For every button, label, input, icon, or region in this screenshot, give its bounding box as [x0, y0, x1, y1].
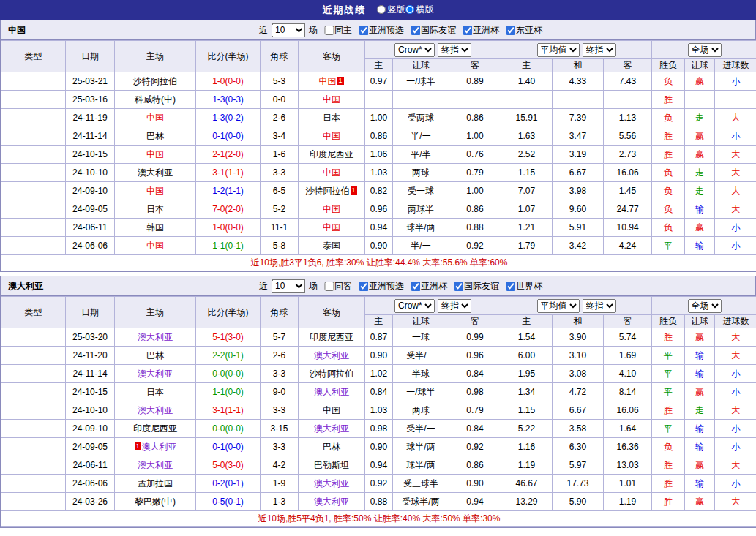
league-type[interactable]: 亚洲预选 — [1, 219, 66, 237]
home-team-link[interactable]: 科威特(中) — [135, 94, 176, 105]
away-team-link[interactable]: 印度尼西亚 — [310, 332, 353, 342]
home-team-link[interactable]: 澳大利亚 — [138, 369, 173, 379]
home-team-link[interactable]: 印度尼西亚 — [133, 423, 177, 434]
away-team-link[interactable]: 巴勒斯坦 — [314, 460, 349, 470]
home-team-link[interactable]: 中国 — [146, 113, 164, 123]
league-type[interactable]: 亚洲预选 — [1, 365, 66, 383]
league-type[interactable]: 亚洲预选 — [1, 438, 66, 456]
avg-odds-time-select[interactable]: 终指 — [583, 299, 616, 313]
home-team-link[interactable]: 中国 — [146, 186, 164, 196]
layout-radio[interactable] — [405, 5, 414, 14]
filter-competition-3[interactable]: 国际友谊 — [449, 280, 499, 292]
filter-competition-4[interactable]: 世界杯 — [501, 280, 542, 292]
home-team-link[interactable]: 1澳大利亚 — [134, 442, 177, 452]
away-team-link[interactable]: 澳大利亚 — [314, 387, 349, 397]
odds-time-select[interactable]: 终指 — [438, 299, 471, 313]
league-type[interactable]: 亚洲预选 — [1, 109, 66, 127]
league-type[interactable]: 亚洲预选 — [1, 347, 66, 365]
league-type[interactable]: 亚洲预选 — [1, 328, 66, 347]
home-team-link[interactable]: 日本 — [146, 204, 164, 214]
filter-competition-2[interactable]: 亚洲杯 — [405, 280, 447, 292]
match-date: 24-09-10 — [66, 182, 115, 200]
league-type[interactable]: 亚洲预选 — [1, 493, 66, 511]
league-type[interactable]: 亚洲预选 — [1, 127, 66, 146]
league-type[interactable]: 亚洲预选 — [1, 420, 66, 438]
league-type[interactable]: 亚洲预选 — [1, 237, 66, 255]
filter-competition-1[interactable]: 亚洲预选 — [353, 280, 404, 292]
league-type[interactable]: 亚洲预选 — [1, 146, 66, 164]
recent-count-select[interactable]: 10 — [272, 23, 305, 37]
filter-competition-4-checkbox[interactable] — [506, 282, 515, 291]
team-name: 中国 — [323, 204, 340, 214]
league-type[interactable]: 亚洲预选 — [1, 456, 66, 475]
filter-same-venue[interactable]: 同客 — [319, 280, 352, 292]
fulltime-select[interactable]: 全场 — [688, 299, 722, 313]
away-team-link[interactable]: 澳大利亚 — [314, 350, 349, 361]
fulltime-select[interactable]: 全场 — [688, 43, 722, 57]
average-select[interactable]: 平均值 — [537, 43, 580, 57]
layout-radio[interactable] — [377, 5, 386, 14]
away-team-link[interactable]: 巴林 — [323, 442, 340, 452]
away-team-link[interactable]: 中国 — [323, 222, 340, 233]
away-team-link[interactable]: 日本 — [323, 113, 340, 123]
league-type[interactable]: 国际友谊 — [1, 91, 66, 109]
home-team-link[interactable]: 澳大利亚 — [138, 332, 173, 342]
filter-competition-2-checkbox[interactable] — [411, 26, 420, 35]
league-type[interactable]: 亚洲预选 — [1, 164, 66, 182]
home-team-link[interactable]: 澳大利亚 — [138, 167, 173, 178]
home-team-link[interactable]: 巴林 — [146, 131, 164, 141]
league-type[interactable]: 亚洲预选 — [1, 383, 66, 401]
away-team-link[interactable]: 中国 — [323, 131, 340, 141]
league-type[interactable]: 亚洲预选 — [1, 200, 66, 219]
away-team-link[interactable]: 泰国 — [323, 241, 340, 251]
layout-option[interactable]: 竖版 — [377, 4, 405, 16]
home-team-link[interactable]: 日本 — [146, 387, 164, 397]
filter-competition-1-checkbox[interactable] — [359, 26, 368, 35]
filter-competition-3[interactable]: 亚洲杯 — [457, 24, 499, 37]
home-team-link[interactable]: 澳大利亚 — [138, 405, 173, 415]
away-team-link[interactable]: 澳大利亚 — [314, 423, 349, 434]
filter-competition-2[interactable]: 国际友谊 — [405, 24, 456, 37]
filter-competition-1-checkbox[interactable] — [359, 282, 368, 291]
league-type[interactable]: 亚洲预选 — [1, 475, 66, 493]
home-team-link[interactable]: 中国 — [146, 241, 164, 251]
bookmaker-select[interactable]: Crow* — [394, 43, 435, 57]
filter-same-venue-checkbox[interactable] — [324, 282, 334, 291]
away-team-link[interactable]: 沙特阿拉伯 — [310, 369, 353, 379]
away-team-link[interactable]: 中国 — [323, 167, 340, 178]
home-team-link[interactable]: 中国 — [146, 149, 164, 159]
away-team-link[interactable]: 澳大利亚 — [314, 497, 349, 507]
league-type[interactable]: 亚洲预选 — [1, 182, 66, 200]
filter-competition-3-checkbox[interactable] — [463, 26, 472, 35]
layout-option[interactable]: 横版 — [405, 4, 434, 16]
odds-time-select[interactable]: 终指 — [438, 43, 471, 57]
table-body: 亚洲预选25-03-20澳大利亚5-1(3-0)5-7印度尼西亚0.87一球0.… — [1, 328, 756, 527]
filter-competition-2-checkbox[interactable] — [411, 282, 420, 291]
away-team-link[interactable]: 中国 — [323, 405, 340, 415]
league-type[interactable]: 亚洲预选 — [1, 72, 66, 91]
home-team-link[interactable]: 黎巴嫩(中) — [135, 497, 176, 507]
filter-competition-1[interactable]: 亚洲预选 — [353, 24, 404, 37]
filter-competition-3-checkbox[interactable] — [454, 282, 463, 291]
away-team-link[interactable]: 沙特阿拉伯1 — [306, 186, 358, 196]
league-type[interactable]: 亚洲预选 — [1, 401, 66, 420]
filter-competition-4-checkbox[interactable] — [506, 26, 515, 35]
filter-competition-4[interactable]: 东亚杯 — [501, 24, 542, 37]
away-team-link[interactable]: 中国 — [323, 94, 340, 105]
avg-odds-time-select[interactable]: 终指 — [583, 43, 616, 57]
away-team-link[interactable]: 澳大利亚 — [314, 478, 349, 488]
bookmaker-select[interactable]: Crow* — [394, 299, 435, 313]
away-team-link[interactable]: 中国1 — [319, 76, 345, 86]
home-team-link[interactable]: 韩国 — [146, 222, 164, 233]
home-team-link[interactable]: 巴林 — [146, 350, 164, 361]
filter-same-venue[interactable]: 同主 — [319, 24, 352, 37]
filter-same-venue-checkbox[interactable] — [324, 26, 334, 35]
home-team-link[interactable]: 沙特阿拉伯 — [133, 76, 177, 86]
home-team-link[interactable]: 孟加拉国 — [138, 478, 173, 488]
ah-line: 一/球半 — [393, 72, 449, 91]
recent-count-select[interactable]: 10 — [272, 279, 305, 293]
away-team-link[interactable]: 中国 — [323, 204, 340, 214]
away-team-link[interactable]: 印度尼西亚 — [310, 149, 353, 159]
average-select[interactable]: 平均值 — [537, 299, 580, 313]
home-team-link[interactable]: 澳大利亚 — [138, 460, 173, 470]
